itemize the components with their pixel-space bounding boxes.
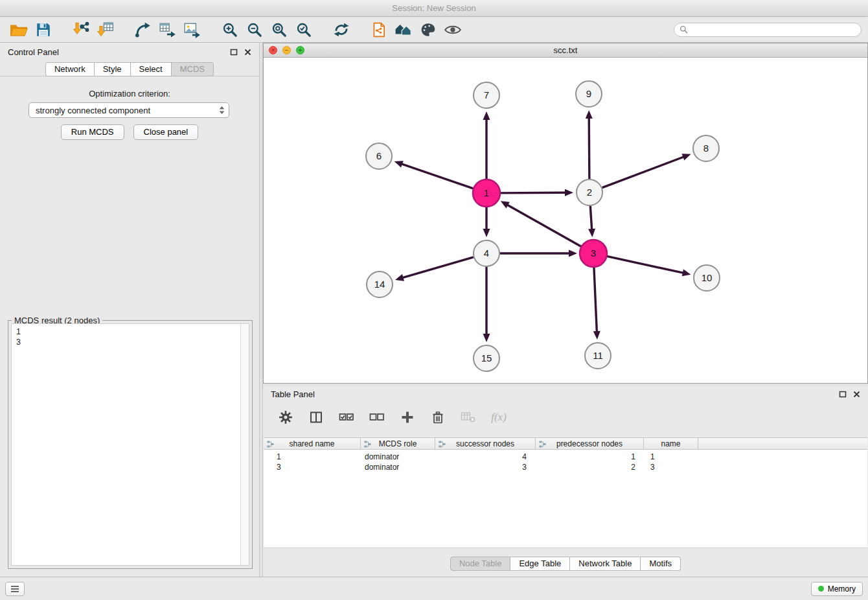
close-table-panel-button[interactable] — [853, 391, 860, 398]
graph-node-11[interactable]: 11 — [585, 343, 611, 369]
network-window-titlebar[interactable]: scc.txt — [264, 43, 867, 58]
graph-node-15[interactable]: 15 — [474, 345, 499, 371]
graph-edge-arrowhead — [394, 161, 404, 167]
tab-mcds[interactable]: MCDS — [172, 62, 214, 76]
import-table-button[interactable] — [93, 19, 118, 41]
graph-edge-3-11[interactable] — [594, 267, 597, 332]
delete-column-button[interactable] — [428, 408, 448, 427]
graph-node-label: 6 — [376, 150, 382, 161]
column-header-predecessor-nodes[interactable]: predecessor nodes — [536, 438, 644, 449]
column-header-mcds-role[interactable]: MCDS role — [361, 438, 435, 449]
close-panel-button[interactable]: Close panel — [133, 124, 199, 140]
show-columns-button[interactable] — [306, 408, 326, 427]
save-session-button[interactable] — [31, 19, 56, 41]
memory-button[interactable]: Memory — [811, 582, 863, 596]
zoom-in-button[interactable] — [218, 19, 242, 41]
float-table-panel-button[interactable] — [839, 391, 847, 398]
window-titlebar[interactable]: Session: New Session — [0, 0, 868, 17]
graph-node-4[interactable]: 4 — [474, 240, 499, 266]
graph-node-6[interactable]: 6 — [366, 143, 392, 169]
create-column-button[interactable] — [398, 408, 417, 427]
cell-successor-nodes[interactable]: 3 — [435, 463, 536, 472]
float-panel-button[interactable] — [230, 49, 238, 56]
control-panel: Control Panel Network Style Select MCDS … — [0, 43, 259, 577]
delete-table-button[interactable] — [459, 408, 478, 427]
graph-node-10[interactable]: 10 — [694, 265, 720, 291]
control-panel-title: Control Panel — [8, 47, 59, 57]
table-body[interactable]: 1 dominator 4 1 1 3 dominator 3 2 3 — [264, 450, 867, 548]
graph-node-7[interactable]: 7 — [474, 82, 499, 108]
graph-edge-3-1[interactable] — [507, 205, 581, 247]
search-input[interactable] — [691, 25, 856, 34]
float-window-icon — [230, 49, 238, 56]
network-graph: 7968124314101511 — [264, 58, 867, 383]
zoom-selected-button[interactable] — [291, 19, 316, 41]
graph-node-9[interactable]: 9 — [576, 81, 602, 107]
column-header-name[interactable]: name — [644, 438, 698, 449]
cell-successor-nodes[interactable]: 4 — [435, 452, 536, 461]
result-scrollbar[interactable] — [240, 324, 249, 565]
export-image-button[interactable] — [180, 19, 205, 41]
cell-mcds-role[interactable]: dominator — [361, 463, 435, 472]
export-table-button[interactable] — [155, 19, 180, 41]
import-table-icon — [97, 21, 115, 39]
session-document-button[interactable] — [367, 19, 391, 41]
task-history-button[interactable] — [5, 582, 25, 596]
cell-predecessor-nodes[interactable]: 2 — [536, 463, 644, 472]
graph-edge-4-14[interactable] — [402, 257, 474, 278]
zoom-out-icon — [246, 21, 263, 38]
table-row[interactable]: 1 dominator 4 1 1 — [264, 452, 867, 462]
tab-network[interactable]: Network — [45, 62, 95, 76]
table-row[interactable]: 3 dominator 3 2 3 — [264, 462, 867, 472]
table-settings-button[interactable] — [276, 408, 295, 427]
zoom-fit-button[interactable] — [267, 19, 291, 41]
graph-node-3[interactable]: 3 — [580, 240, 607, 267]
column-header-successor-nodes[interactable]: successor nodes — [435, 438, 536, 449]
tab-motifs[interactable]: Motifs — [641, 557, 681, 571]
run-mcds-button[interactable]: Run MCDS — [61, 124, 124, 140]
refresh-layout-button[interactable] — [329, 19, 354, 41]
window-maximize-button[interactable] — [296, 46, 304, 54]
home-button[interactable] — [391, 19, 416, 41]
window-minimize-button[interactable] — [282, 46, 291, 54]
graph-node-14[interactable]: 14 — [367, 271, 393, 297]
deselect-all-button[interactable] — [367, 408, 387, 427]
cell-shared-name[interactable]: 1 — [264, 452, 361, 461]
tab-style[interactable]: Style — [95, 62, 131, 76]
tab-edge-table[interactable]: Edge Table — [510, 557, 570, 571]
select-all-button[interactable] — [337, 408, 356, 427]
column-header-shared-name[interactable]: shared name — [264, 438, 361, 449]
close-control-panel-button[interactable] — [244, 49, 251, 56]
cell-name[interactable]: 1 — [644, 452, 698, 461]
network-canvas[interactable]: 7968124314101511 — [264, 58, 867, 383]
save-icon — [35, 21, 52, 38]
gear-icon — [279, 410, 293, 424]
cell-mcds-role[interactable]: dominator — [361, 452, 435, 461]
graph-edge-1-6[interactable] — [401, 164, 474, 189]
tab-select[interactable]: Select — [131, 62, 172, 76]
zoom-out-button[interactable] — [242, 19, 267, 41]
graph-edge-2-9[interactable] — [589, 117, 589, 179]
graph-edge-2-3[interactable] — [590, 206, 591, 230]
graph-node-8[interactable]: 8 — [693, 135, 719, 161]
window-close-button[interactable] — [269, 46, 277, 54]
cell-predecessor-nodes[interactable]: 1 — [536, 452, 644, 461]
graph-node-2[interactable]: 2 — [577, 179, 602, 205]
import-network-button[interactable] — [69, 19, 93, 41]
mcds-result-list[interactable]: 1 3 — [11, 323, 249, 566]
graph-edge-3-10[interactable] — [607, 256, 684, 273]
export-network-button[interactable] — [131, 19, 155, 41]
open-session-button[interactable] — [6, 19, 31, 41]
criterion-dropdown[interactable]: strongly connected component — [29, 102, 229, 118]
tab-network-table[interactable]: Network Table — [570, 557, 641, 571]
cell-shared-name[interactable]: 3 — [264, 463, 361, 472]
tab-node-table[interactable]: Node Table — [450, 557, 511, 571]
function-builder-button[interactable]: f(x) — [489, 408, 508, 427]
graph-edge-2-8[interactable] — [602, 157, 685, 188]
graph-edge-1-2[interactable] — [500, 192, 566, 193]
cell-name[interactable]: 3 — [644, 463, 698, 472]
show-hide-button[interactable] — [440, 19, 465, 41]
graph-edge-arrowhead — [483, 111, 490, 120]
style-button[interactable] — [416, 19, 440, 41]
graph-node-1[interactable]: 1 — [473, 179, 500, 207]
